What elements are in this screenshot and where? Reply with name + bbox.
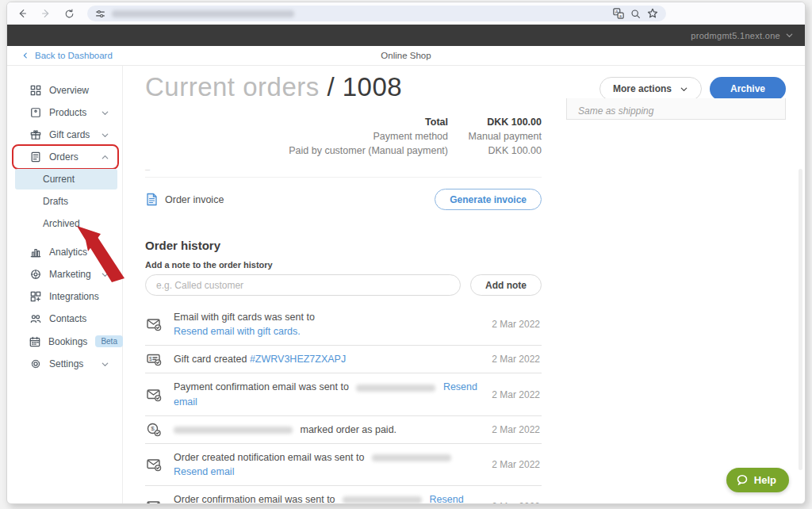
history-entry-text: marked order as paid. xyxy=(174,423,482,437)
account-menu[interactable]: prodmgmt5.1next.one xyxy=(691,31,794,40)
sidebar-item-orders[interactable]: Orders xyxy=(15,147,117,167)
sidebar-item-analytics[interactable]: Analytics xyxy=(15,242,117,262)
history-entry-text: Email with gift cards was sent to Resend… xyxy=(174,310,482,339)
history-entry-link[interactable]: Resend email with gift cards. xyxy=(174,326,301,337)
same-as-shipping-label: Same as shipping xyxy=(578,105,653,117)
sidebar-item-overview[interactable]: Overview xyxy=(15,80,117,101)
chat-bubble-icon xyxy=(736,474,749,486)
email-check-icon xyxy=(147,457,164,472)
redacted-email xyxy=(343,496,422,503)
page-title-separator: / xyxy=(327,72,335,101)
history-entry: $Gift card created #ZWRV3HEZ7ZXAPJ2 Mar … xyxy=(145,346,542,373)
history-entry-text: Order confirmation email was sent to Res… xyxy=(174,492,482,503)
sidebar-item-current[interactable]: Current xyxy=(15,169,117,189)
bookings-icon xyxy=(29,336,40,347)
generate-invoice-button[interactable]: Generate invoice xyxy=(435,189,542,210)
gift-icon xyxy=(29,129,41,140)
sidebar-item-contacts[interactable]: Contacts xyxy=(15,308,117,329)
history-entry: Payment confirmation email was sent to R… xyxy=(145,373,542,415)
totals-value: DKK 100.00 xyxy=(448,145,542,156)
account-bar: prodmgmt5.1next.one xyxy=(7,25,805,46)
order-invoice-label: Order invoice xyxy=(165,194,224,205)
sidebar-item-settings[interactable]: Settings xyxy=(15,354,117,374)
settings-icon xyxy=(29,358,41,369)
history-entry-date: 2 Mar 2022 xyxy=(492,389,540,400)
order-invoice-row: Order invoice Generate invoice xyxy=(145,178,542,218)
address-bar[interactable]: Aa xyxy=(87,6,666,21)
sidebar-item-label: Archived xyxy=(43,218,80,229)
sidebar-item-label: Products xyxy=(49,107,86,118)
back-link-label: Back to Dashboard xyxy=(35,51,113,60)
chevron-up-icon xyxy=(101,153,109,162)
bookmark-star-icon[interactable] xyxy=(647,8,658,19)
history-entry-link[interactable]: Resend email xyxy=(174,466,234,477)
history-entry: Order created notification email was sen… xyxy=(145,444,542,486)
redacted-email xyxy=(174,427,293,434)
redacted-email xyxy=(372,454,451,461)
site-settings-icon[interactable] xyxy=(95,9,105,19)
order-number: 1008 xyxy=(343,72,402,101)
sidebar-item-label: Drafts xyxy=(43,196,68,207)
orders-icon xyxy=(29,151,41,163)
history-entry: $ marked order as paid. 2 Mar 2022 xyxy=(145,416,542,444)
archive-button[interactable]: Archive xyxy=(710,77,786,101)
totals-value: DKK 100.00 xyxy=(448,117,542,128)
sidebar-item-integrations[interactable]: Integrations xyxy=(15,286,117,307)
sidebar-item-gift-cards[interactable]: Gift cards xyxy=(15,124,117,145)
email-check-icon xyxy=(147,499,164,503)
more-actions-button[interactable]: More actions xyxy=(599,77,702,101)
history-entry-link[interactable]: #ZWRV3HEZ7ZXAPJ xyxy=(250,354,346,365)
gift-card-check-icon: $ xyxy=(147,352,164,366)
totals-row: Paid by customer (Manual payment)DKK 100… xyxy=(145,144,542,158)
chevron-down-icon xyxy=(101,270,109,279)
main-content: Current orders / 1008 More actions Archi… xyxy=(123,66,805,503)
scrollbar-thumb[interactable] xyxy=(799,169,802,470)
beta-badge: Beta xyxy=(95,335,123,347)
note-input[interactable] xyxy=(145,274,461,296)
chevron-down-icon xyxy=(101,360,109,369)
chevron-down-icon xyxy=(785,31,794,40)
contacts-icon xyxy=(29,313,41,324)
coin-check-icon: $ xyxy=(147,423,164,437)
history-entry-date: 2 Mar 2022 xyxy=(492,459,540,470)
sidebar: OverviewProductsGift cardsOrdersCurrentD… xyxy=(7,66,123,503)
subheader: Back to Dashboard Online Shop xyxy=(7,46,805,66)
help-button[interactable]: Help xyxy=(726,468,789,492)
sidebar-item-bookings[interactable]: BookingsBeta xyxy=(15,331,117,352)
sidebar-item-label: Marketing xyxy=(49,269,91,280)
svg-text:$: $ xyxy=(149,356,152,362)
sidebar-item-archived[interactable]: Archived xyxy=(15,213,117,234)
back-to-dashboard-link[interactable]: Back to Dashboard xyxy=(21,51,113,60)
add-note-button[interactable]: Add note xyxy=(470,274,542,296)
svg-text:$: $ xyxy=(151,425,155,432)
totals-label: Paid by customer (Manual payment) xyxy=(289,145,448,156)
history-entry: Order confirmation email was sent to Res… xyxy=(145,486,542,503)
analytics-icon xyxy=(29,247,41,258)
zoom-icon[interactable] xyxy=(630,9,641,19)
back-icon[interactable] xyxy=(17,8,28,19)
add-note-label: Add a note to the order history xyxy=(145,260,542,270)
page-title: Current orders / 1008 xyxy=(145,72,402,102)
redacted-email xyxy=(356,385,435,392)
sidebar-item-drafts[interactable]: Drafts xyxy=(15,191,117,212)
history-entry-date: 2 Mar 2022 xyxy=(492,354,540,365)
invoice-document-icon xyxy=(145,193,159,206)
sidebar-item-marketing[interactable]: Marketing xyxy=(15,264,117,285)
chevron-down-icon xyxy=(680,85,688,94)
totals-label: Total xyxy=(425,117,448,128)
translate-icon[interactable]: Aa xyxy=(613,8,624,19)
refresh-icon[interactable] xyxy=(64,9,75,19)
forward-icon[interactable] xyxy=(40,8,52,19)
email-check-icon xyxy=(147,317,164,331)
sidebar-item-products[interactable]: Products xyxy=(15,102,117,123)
sidebar-item-label: Analytics xyxy=(49,247,87,258)
history-entry-date: 2 Mar 2022 xyxy=(492,319,540,330)
chevron-left-icon xyxy=(21,52,29,59)
history-entry: Email with gift cards was sent to Resend… xyxy=(145,304,542,346)
sidebar-item-label: Gift cards xyxy=(49,129,90,140)
email-check-icon xyxy=(147,388,164,402)
totals-label: Payment method xyxy=(373,131,449,142)
history-entry-text: Gift card created #ZWRV3HEZ7ZXAPJ xyxy=(174,352,482,366)
svg-text:a: a xyxy=(619,13,622,18)
sidebar-item-label: Contacts xyxy=(49,313,86,324)
